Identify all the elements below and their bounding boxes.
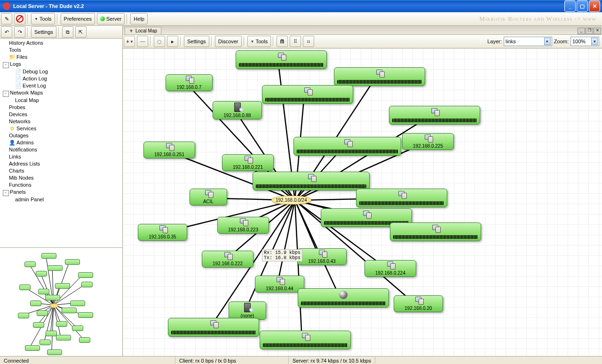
network-node[interactable]: 192.168.0.43 xyxy=(297,248,347,265)
tree-item[interactable]: ⚙Services xyxy=(1,125,121,132)
discover-button[interactable]: Discover xyxy=(215,36,242,47)
network-node[interactable]: 192.168.0.7 xyxy=(166,74,213,91)
mdi-min-icon[interactable]: _ xyxy=(578,28,585,34)
redo-button[interactable]: ↷ xyxy=(14,26,25,38)
network-node[interactable] xyxy=(298,288,389,308)
link-tooltip: Rx: 15.9 kbps Tx: 16.8 kbps xyxy=(262,249,302,261)
preferences-button[interactable]: Preferences xyxy=(61,13,95,24)
network-node[interactable] xyxy=(389,106,480,125)
network-node[interactable] xyxy=(334,67,425,86)
overview-minimap[interactable] xyxy=(0,248,122,356)
layout1-icon[interactable]: ⠿ xyxy=(290,36,301,47)
tree-item[interactable]: 📄Action Log xyxy=(1,75,121,82)
window-title: Local Server - The Dude v2.2 xyxy=(13,3,84,9)
network-node[interactable]: 192.168.0.251 xyxy=(143,142,195,158)
network-node[interactable]: 192.168.0.224 xyxy=(364,260,416,277)
layout2-icon[interactable]: ⠶ xyxy=(303,36,314,47)
tree-item[interactable]: -Logs xyxy=(1,61,121,68)
mdi-restore-icon[interactable]: ❐ xyxy=(586,28,593,34)
tree-item[interactable]: Outages xyxy=(1,132,121,139)
network-node[interactable] xyxy=(236,50,327,69)
network-node[interactable]: 192.168.0.222 xyxy=(202,251,253,268)
tree-item[interactable]: Networks xyxy=(1,118,121,125)
tree-item[interactable]: Address Lists xyxy=(1,160,121,167)
tree-item[interactable]: Probes xyxy=(1,104,121,111)
status-connected: Connected xyxy=(0,356,175,364)
export-button[interactable]: ⧉ xyxy=(62,26,73,38)
tree-item[interactable]: Functions xyxy=(1,182,121,189)
app-icon xyxy=(3,2,10,10)
tree-item[interactable]: Links xyxy=(1,153,121,160)
tab-bar: ▼Local Map _ ❐ ✕ xyxy=(123,26,602,35)
network-node[interactable] xyxy=(390,222,481,241)
tree-item[interactable]: Devices xyxy=(1,111,121,118)
right-pane: ▼Local Map _ ❐ ✕ +▾ — ◌ ▸ Settings Disco… xyxy=(123,26,602,356)
network-node[interactable] xyxy=(356,189,447,207)
main-toolbar: ✎ ▼Tools Preferences Server Help Mikroti… xyxy=(0,12,602,26)
svg-line-51 xyxy=(295,200,302,340)
maximize-button[interactable]: ▢ xyxy=(577,0,588,12)
map-settings-button[interactable]: Settings xyxy=(184,36,209,47)
wand-icon[interactable]: ✎ xyxy=(1,13,12,24)
tree-item[interactable]: 📁Files xyxy=(1,54,121,61)
tools-menu[interactable]: ▼Tools xyxy=(31,13,55,24)
map-tools-menu[interactable]: ▼Tools xyxy=(247,36,271,47)
zoom-select[interactable]: 100% xyxy=(570,37,599,46)
find-icon[interactable]: ᗰ xyxy=(277,36,288,47)
network-node[interactable] xyxy=(260,331,351,349)
network-node[interactable] xyxy=(168,318,259,337)
tree-item[interactable]: Local Map xyxy=(1,97,121,104)
import-button[interactable]: ⇱ xyxy=(75,26,87,38)
network-node[interactable]: 192.168.0.44 xyxy=(255,276,304,293)
map-toolbar: +▾ — ◌ ▸ Settings Discover ▼Tools ᗰ ⠿ ⠶ … xyxy=(123,35,602,48)
tree-item[interactable]: History Actions xyxy=(1,40,121,47)
tree-item[interactable]: Tools xyxy=(1,47,121,54)
left-toolbar: ↶ ↷ Settings ⧉ ⇱ xyxy=(0,26,122,39)
zoom-label: Zoom: xyxy=(554,39,569,44)
network-node[interactable]: 192.168.0.221 xyxy=(222,154,274,171)
tree-item[interactable]: Charts xyxy=(1,167,121,174)
network-node[interactable] xyxy=(253,172,370,190)
network-map-canvas[interactable]: 192.168.0.7192.168.0.88192.168.0.225192.… xyxy=(123,48,602,356)
network-node[interactable]: (none) xyxy=(229,301,266,320)
remove-button[interactable]: — xyxy=(137,36,148,47)
network-node[interactable]: 192.168.0.88 xyxy=(213,101,262,119)
window-titlebar: Local Server - The Dude v2.2 _ ▢ ✕ xyxy=(0,0,602,12)
brand-text: Mikrotik Routers and Wireless -> www xyxy=(479,15,601,23)
status-server: Server: rx 9.74 kbps / tx 10.5 kbps xyxy=(289,356,375,364)
settings-button[interactable]: Settings xyxy=(31,26,56,38)
network-node[interactable]: 192.168.0.225 xyxy=(402,133,454,150)
network-node[interactable]: 192.168.0.223 xyxy=(217,217,269,234)
disable-icon[interactable] xyxy=(14,13,25,24)
add-button[interactable]: +▾ xyxy=(124,36,135,47)
tree-item[interactable]: Notifications xyxy=(1,146,121,153)
close-button[interactable]: ✕ xyxy=(589,0,600,12)
mdi-close-icon[interactable]: ✕ xyxy=(594,28,601,34)
tree-item[interactable]: Mib Nodes xyxy=(1,174,121,182)
tree-item[interactable]: 📄Event Log xyxy=(1,82,121,89)
tree-item[interactable]: 👤Admins xyxy=(1,139,121,146)
status-bar: Connected Client: rx 0 bps / tx 0 bps Se… xyxy=(0,356,602,364)
tab-local-map[interactable]: ▼Local Map xyxy=(125,27,161,34)
layer-label: Layer: xyxy=(487,39,502,44)
server-button[interactable]: Server xyxy=(97,13,125,24)
layer-select[interactable]: links xyxy=(504,37,552,46)
pointer-icon[interactable]: ▸ xyxy=(167,36,178,47)
network-node[interactable]: ACIL xyxy=(190,189,227,206)
left-pane: ↶ ↷ Settings ⧉ ⇱ History ActionsTools📁Fi… xyxy=(0,26,123,356)
network-node[interactable]: 192.168.0.35 xyxy=(138,224,187,241)
tree-item[interactable]: -Panels xyxy=(1,189,121,196)
help-button[interactable]: Help xyxy=(130,13,148,24)
navigation-tree[interactable]: History ActionsTools📁Files-Logs📄Debug Lo… xyxy=(0,39,122,248)
minimize-button[interactable]: _ xyxy=(564,0,576,12)
network-hub[interactable]: 192.168.0.0/24 xyxy=(271,196,311,205)
tree-item[interactable]: -Network Maps xyxy=(1,89,121,97)
network-node[interactable] xyxy=(293,137,401,156)
tree-item[interactable]: admin Panel xyxy=(1,196,121,203)
undo-button[interactable]: ↶ xyxy=(1,26,12,38)
status-client: Client: rx 0 bps / tx 0 bps xyxy=(175,356,289,364)
network-node[interactable]: 192.168.0.20 xyxy=(394,295,443,312)
network-node[interactable] xyxy=(262,85,353,104)
lasso-icon[interactable]: ◌ xyxy=(154,36,165,47)
tree-item[interactable]: 📄Debug Log xyxy=(1,68,121,75)
